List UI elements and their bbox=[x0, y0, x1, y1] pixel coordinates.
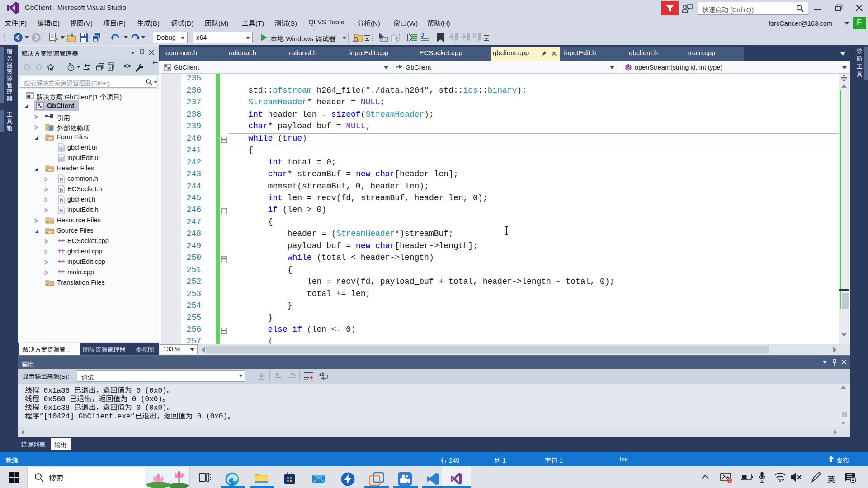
svg-text:ui: ui bbox=[60, 147, 63, 150]
svg-text:h: h bbox=[60, 187, 63, 192]
svg-text:h: h bbox=[60, 197, 63, 203]
svg-text:h: h bbox=[60, 177, 63, 182]
svg-text:ui: ui bbox=[60, 158, 63, 161]
svg-text:ab: ab bbox=[319, 372, 325, 377]
svg-text:4: 4 bbox=[852, 477, 854, 483]
svg-text:h: h bbox=[60, 208, 63, 213]
